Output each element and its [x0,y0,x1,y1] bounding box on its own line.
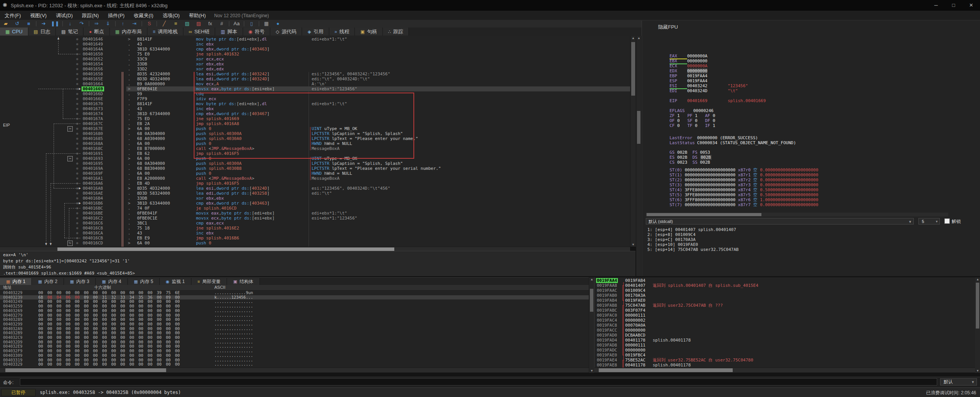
disasm-row[interactable]: ●0040169F.6A 00push 0HWND hWnd = NULL [0,171,630,176]
bottom-tab-内存 5[interactable]: ▦内存 5 [128,278,160,285]
disasm-row[interactable]: ●004016C8.75 18jne splish.4016E2 [0,226,630,231]
breakpoint-dot[interactable]: ● [76,156,78,161]
stack-vertical-scrollbar[interactable]: ▲▼ [975,277,980,373]
tab-句柄[interactable]: ▣句柄 [355,28,382,36]
fx-icon[interactable]: fx [204,20,216,28]
menu-item[interactable]: 视图(V) [26,11,51,21]
step-into-icon[interactable]: ↓ [64,20,76,28]
tab-源代码[interactable]: ◇源代码 [270,28,302,36]
disasm-row[interactable]: ●00401664.B9 0A000000mov ecx,AA:'\n' [0,81,630,86]
breakpoint-dot[interactable]: ● [76,76,78,81]
breakpoint-dot[interactable]: ● [76,161,78,166]
tab-符号[interactable]: ◉符号 [243,28,270,36]
step-over-icon[interactable]: ↷ [76,20,87,28]
tab-引用[interactable]: ◈引用 [302,28,329,36]
restart-icon[interactable]: ↺ [11,20,23,28]
comments-icon[interactable]: ≡ [170,20,181,28]
stack-row[interactable]: 0019FAB0│00170A3A [595,293,975,298]
dump-row[interactable]: 004032290000000000000000000000000039756E… [0,291,589,295]
disasm-row[interactable]: ●00401669>0FBE041Emovsx eax,byte ptr ds:… [0,86,630,91]
disasm-row[interactable]: ●004016A8>8D35 4D324000lea esi,dword ptr… [0,186,630,191]
tab-跟踪[interactable]: ∴跟踪 [383,28,409,36]
disasm-row[interactable]: ●00401650.75 E0jne splish.401632 [0,52,630,57]
collapse-minus-icon[interactable]: − [67,126,73,132]
breakpoint-dot[interactable]: ● [76,171,78,176]
device-icon[interactable]: ▯ [246,20,257,28]
stack-row[interactable]: 0019FAA8┌00401407返回到 splish.00401407 自 s… [595,283,975,288]
stack-row[interactable]: 0019FAB8┌75C047AB返回到 user32.75C047AB 自 ?… [595,303,975,308]
run-to-user-code-icon[interactable]: ⇥ [129,20,140,28]
stack-row[interactable]: 0019FABC│003F07F4 [595,308,975,313]
breakpoint-dot[interactable]: ● [76,62,78,67]
hide-fpu-button[interactable]: 隐藏FPU [658,24,678,31]
bottom-tab-内存 1[interactable]: ▦内存 1 [0,278,32,285]
patch-icon[interactable]: ╱ [158,20,170,28]
stack-row[interactable]: 0019FAE0└0019FBC4 [595,353,975,358]
stack-row[interactable]: 0019FAE4┌75BE52AC返回到 user32.75BE52AC 自 u… [595,358,975,363]
breakpoint-dot[interactable]: ● [76,111,78,116]
breakpoint-dot[interactable]: ● [76,131,78,136]
breakpoint-dot[interactable]: ● [76,196,78,201]
disasm-row[interactable]: ●00401654.33DBxor ebx,ebx [0,62,630,67]
trace-into-icon[interactable]: ⇒ [91,20,102,28]
breakpoint-dot[interactable]: ● [76,37,78,42]
breakpoint-dot[interactable]: ● [76,241,78,246]
calling-convention-select[interactable]: 默认 (stdcall)▼ [646,218,914,225]
stack-row[interactable]: 0019FAAC│001009C4 [595,288,975,293]
dump-row[interactable]: 004032C900000000000000000000000000000000… [0,335,589,340]
disasm-row[interactable]: ●00401652.33C9xor ecx,ecx [0,57,630,62]
disasm-row[interactable]: ●0040169A.68 B8304000push splish.4030B8L… [0,166,630,171]
command-scope-select[interactable]: 默认▼ [940,378,977,386]
breakpoint-dot[interactable]: ● [76,81,78,86]
tab-SEH链[interactable]: ∞SEH链 [183,28,215,36]
disasm-row[interactable]: ●004016C2.0FBE0C1Emovsx ecx,byte ptr ds:… [0,216,630,221]
breakpoint-dot[interactable]: ● [76,47,78,52]
stack-row[interactable]: 0019FAC8│00070A0A [595,323,975,328]
breakpoint-dot[interactable]: ● [76,72,78,76]
breakpoint-dot[interactable]: ● [76,166,78,171]
menu-item[interactable]: 选项(O) [158,11,185,21]
hash-icon[interactable]: # [216,20,227,28]
brush-teal-icon[interactable]: ▨ [181,20,193,28]
disasm-row[interactable]: ●004016A6.EB 4Djmp splish.4016F5 [0,181,630,186]
stack-horizontal-scrollbar[interactable] [594,368,975,373]
run-to-return-icon[interactable]: ↑ [117,20,129,28]
breakpoint-dot[interactable]: ● [76,211,78,216]
breakpoint-dot[interactable]: ● [76,101,78,106]
seh-icon[interactable]: S [144,20,155,28]
menu-item[interactable]: 调试(D) [51,11,77,21]
tab-CPU[interactable]: ▦CPU [0,28,28,36]
tab-断点[interactable]: ●断点 [83,28,109,36]
calculator-icon[interactable]: ▦ [261,20,272,28]
stack-row[interactable]: 0019FAC0│00000111 [595,313,975,318]
stop-icon[interactable]: ■ [23,20,34,28]
collapse-minus-icon[interactable]: − [67,156,73,161]
disasm-row[interactable]: ●00401656.33D2xor edx,edx [0,67,630,72]
tab-脚本[interactable]: ▥脚本 [215,28,243,36]
breakpoint-dot[interactable]: ● [76,216,78,221]
disassembly-view[interactable]: ●00401646>88141Fmov byte ptr ds:[edi+ebx… [0,36,630,247]
menu-item[interactable]: 插件(P) [103,11,129,21]
breakpoint-dot[interactable]: ● [76,126,78,131]
breakpoint-dot[interactable]: ● [76,176,78,181]
disasm-row[interactable]: ●00401695.68 0A304000push splish.40300AL… [0,161,630,166]
stack-row[interactable]: 0019FAC4│00000002 [595,318,975,323]
menu-item[interactable]: 文件(F) [0,11,26,21]
breakpoint-dot[interactable]: ● [76,42,78,47]
disasm-row[interactable]: ●004016A1.E8 A2000000call <JMP.&MessageB… [0,176,630,181]
breakpoint-dot[interactable]: ● [76,191,78,196]
breakpoint-dot[interactable]: ● [76,96,78,101]
stack-row[interactable]: 0019FADC│00000000 [595,348,975,353]
disasm-row[interactable]: ●0040165E.8D3D 4D324000lea edi,dword ptr… [0,76,630,81]
dump-row[interactable]: 0040332900000000000000000000000000000000… [0,362,589,367]
stack-view[interactable]: 0019FAA40019FAB40019FAA8┌00401407返回到 spl… [594,277,975,368]
bottom-tab-结构体[interactable]: ▣结构体 [227,278,260,285]
bottom-tab-内存 3[interactable]: ▦内存 3 [64,278,96,285]
breakpoint-dot[interactable]: ● [76,57,78,62]
tab-线程[interactable]: »线程 [329,28,355,36]
registers-horizontal-scrollbar[interactable] [646,213,948,216]
disasm-row[interactable]: ●004016CA.43inc ebx [0,231,630,236]
disasm-row[interactable]: ●0040164A.3B1D 63344000cmp ebx,dword ptr… [0,47,630,52]
breakpoint-dot[interactable]: ● [76,141,78,146]
bottom-tab-内存 2[interactable]: ▦内存 2 [32,278,64,285]
